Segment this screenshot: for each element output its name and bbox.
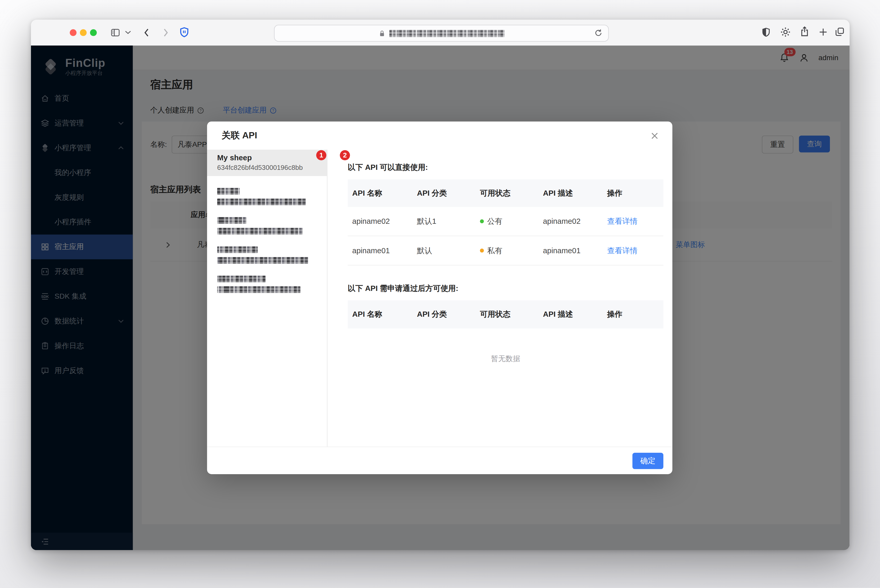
app-list-panel: My sheep 634fc826bf4d53000196c8bb [207,150,327,447]
col-api-name: API 名称 [348,188,413,198]
api-status: 公有 [475,216,538,226]
new-tab-icon[interactable] [818,27,828,37]
app-list-item-masked[interactable] [207,276,327,293]
app-name-redacted [217,246,258,253]
annotation-badge-1: 1 [316,150,326,160]
app-id-redacted [217,257,308,264]
reload-icon[interactable] [594,28,603,38]
api-desc: apiname02 [538,217,602,226]
desktop: FinClip 小程序开放平台 首页 [0,0,880,588]
view-detail-link[interactable]: 查看详情 [607,217,638,225]
api-category: 默认 [412,246,475,255]
app-id: 634fc826bf4d53000196c8bb [217,164,319,172]
api-row: apiname01 默认 私有 apiname01 查看详情 [348,236,663,266]
col-api-desc: API 描述 [538,188,602,198]
modal-footer: 确定 [207,447,673,474]
api-panel: 以下 API 可以直接使用: API 名称 API 分类 可用状态 API 描述… [327,150,673,447]
modal-body: My sheep 634fc826bf4d53000196c8bb [207,150,673,447]
col-api-status: 可用状态 [475,188,538,198]
app-list-item-masked[interactable] [207,246,327,264]
minimize-window-button[interactable] [80,29,87,36]
app-name-redacted [217,276,266,282]
url-text-redacted [389,29,505,37]
apply-api-table-header: API 名称 API 分类 可用状态 API 描述 操作 [348,300,663,328]
extension-shield-icon[interactable] [179,26,190,38]
modal-header: 关联 API [207,122,673,150]
direct-api-heading: 以下 API 可以直接使用: [348,163,663,172]
tab-overview-icon[interactable] [834,26,845,37]
apply-api-heading: 以下 API 需申请通过后方可使用: [348,284,663,294]
browser-toolbar [31,20,850,46]
app-list-item-selected[interactable]: My sheep 634fc826bf4d53000196c8bb [207,150,327,176]
lock-icon [378,29,385,37]
api-name: apiname02 [348,217,413,226]
browser-window: FinClip 小程序开放平台 首页 [31,20,850,550]
api-category: 默认1 [412,216,475,226]
app-name: My sheep [217,153,319,163]
app-id-redacted [217,286,300,293]
api-row: apiname02 默认1 公有 apiname02 查看详情 [348,207,663,236]
annotation-badge-2: 2 [340,150,350,160]
share-icon[interactable] [799,26,810,37]
close-icon[interactable] [647,128,662,144]
app-id-redacted [217,228,303,234]
close-window-button[interactable] [70,29,77,36]
col-api-category: API 分类 [412,309,475,319]
status-dot-private [480,248,484,252]
app-name-redacted [217,188,240,195]
settings-gear-icon[interactable] [780,26,791,38]
api-name: apiname01 [348,246,413,255]
col-api-status: 可用状态 [475,309,538,319]
zoom-window-button[interactable] [90,29,97,36]
api-status: 私有 [475,246,538,255]
col-api-action: 操作 [603,309,663,319]
modal-title: 关联 API [222,130,257,141]
view-detail-link[interactable]: 查看详情 [607,246,638,255]
forward-button[interactable] [160,27,171,39]
empty-placeholder: 暂无数据 [348,328,663,389]
col-api-action: 操作 [603,188,663,198]
app-name-redacted [217,217,246,224]
app-list-item-masked[interactable] [207,217,327,235]
address-bar[interactable] [274,25,609,42]
associate-api-modal: 关联 API 1 2 My sheep 634fc826bf4d53000196… [207,122,673,474]
col-api-category: API 分类 [412,188,475,198]
api-desc: apiname01 [538,246,602,255]
back-button[interactable] [112,27,153,39]
col-api-desc: API 描述 [538,309,602,319]
app-list-item-masked[interactable] [207,188,327,206]
direct-api-table-header: API 名称 API 分类 可用状态 API 描述 操作 [348,179,663,207]
col-api-name: API 名称 [348,309,413,319]
app-id-redacted [217,198,306,205]
confirm-button[interactable]: 确定 [632,453,663,469]
privacy-shield-icon[interactable] [761,27,771,38]
status-dot-public [480,219,484,223]
